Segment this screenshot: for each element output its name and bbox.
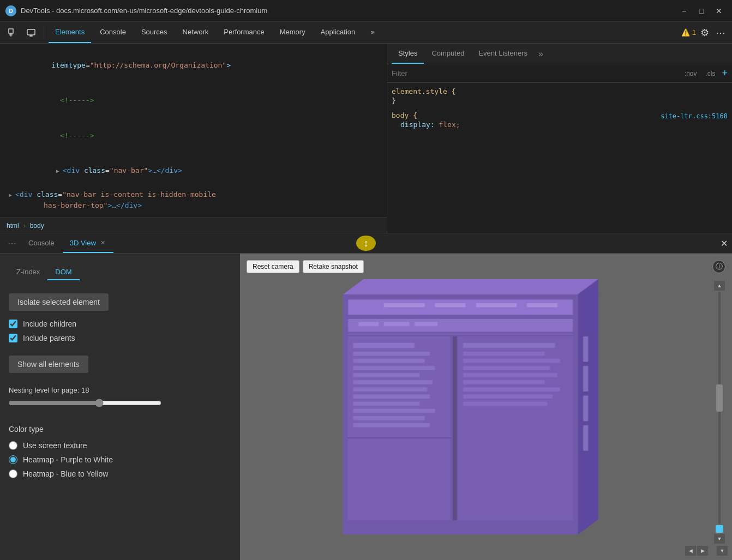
radio-heatmap-blue-input[interactable] [9, 469, 17, 478]
more-options-icon[interactable]: ⋯ [713, 25, 728, 41]
close-bottom-panel[interactable]: ✕ [721, 238, 728, 249]
close-3d-view-tab[interactable]: ✕ [99, 239, 107, 246]
more-tabs-button[interactable]: » [364, 22, 381, 43]
tab-event-listeners[interactable]: Event Listeners [472, 44, 534, 64]
include-parents-checkbox[interactable]: Include parents [9, 334, 231, 342]
tab-network[interactable]: Network [176, 22, 215, 43]
hov-button[interactable]: :hov [682, 69, 699, 79]
tab-elements[interactable]: Elements [49, 22, 91, 43]
svg-rect-19 [415, 322, 437, 326]
svg-rect-14 [476, 303, 517, 307]
include-parents-input[interactable] [9, 334, 17, 342]
breadcrumb-html[interactable]: html [4, 221, 21, 231]
code-line: itemtype="http://schema.org/Organization… [0, 48, 387, 83]
scroll-thumb[interactable] [716, 384, 723, 412]
color-type-label: Color type [9, 425, 231, 433]
breadcrumb-bar: html › body [0, 218, 387, 233]
threed-visualization [240, 254, 732, 560]
breadcrumb-body[interactable]: body [28, 221, 46, 231]
code-line: </header> [0, 212, 387, 218]
add-style-button[interactable]: + [722, 68, 728, 79]
info-icon[interactable]: ⓘ [712, 260, 725, 273]
svg-marker-9 [343, 279, 598, 294]
cls-button[interactable]: .cls [703, 69, 717, 79]
styles-more-tabs[interactable]: » [535, 47, 547, 61]
tab-styles[interactable]: Styles [392, 44, 424, 64]
nesting-label: Nesting level for page: 18 [9, 386, 231, 394]
style-prop-row: display: flex; [392, 121, 728, 129]
svg-rect-45 [583, 366, 588, 392]
radio-screen-texture[interactable]: Use screen texture [9, 441, 231, 450]
tab-performance[interactable]: Performance [217, 22, 271, 43]
include-children-checkbox[interactable]: Include children [9, 320, 231, 328]
svg-rect-29 [353, 402, 419, 406]
maximize-button[interactable]: □ [694, 4, 709, 17]
svg-rect-41 [463, 387, 560, 391]
style-selector-body: body { [392, 111, 417, 119]
controls-panel: Z-index DOM Isolate selected element Inc… [0, 254, 240, 560]
svg-rect-49 [453, 336, 457, 520]
tab-computed[interactable]: Computed [425, 44, 471, 64]
svg-rect-23 [353, 359, 424, 363]
radio-heatmap-purple-input[interactable] [9, 455, 17, 464]
scroll-track [718, 292, 721, 524]
radio-screen-texture-input[interactable] [9, 441, 17, 450]
color-type-section: Color type Use screen texture Heatmap - … [9, 425, 231, 478]
isolate-selected-element-button[interactable]: Isolate selected element [9, 293, 109, 311]
nesting-slider[interactable] [9, 399, 161, 407]
svg-rect-27 [353, 387, 427, 391]
styles-content: element.style { } body { site-ltr.css:51… [387, 83, 732, 233]
inspect-element-icon[interactable] [4, 25, 21, 41]
svg-rect-24 [353, 366, 435, 370]
styles-filter-input[interactable] [392, 69, 678, 77]
sub-tab-bar: Z-index DOM [9, 264, 231, 280]
close-button[interactable]: ✕ [711, 4, 727, 17]
resize-drag-handle[interactable]: ↕ [356, 236, 376, 251]
minimize-button[interactable]: − [676, 4, 692, 17]
scroll-up-button[interactable]: ▲ [714, 281, 725, 291]
scroll-thumb-square[interactable] [716, 525, 723, 533]
settings-icon[interactable]: ⚙ [698, 25, 711, 41]
svg-rect-36 [463, 352, 545, 356]
tab-console[interactable]: Console [93, 22, 133, 43]
title-bar: D DevTools - docs.microsoft.com/en-us/mi… [0, 0, 732, 22]
scroll-left-button[interactable]: ◀ [685, 546, 696, 556]
svg-rect-12 [384, 303, 425, 307]
include-children-input[interactable] [9, 320, 17, 328]
svg-rect-34 [458, 336, 573, 520]
scroll-right-button[interactable]: ▶ [697, 546, 708, 556]
bottom-tab-console[interactable]: Console [22, 233, 61, 253]
tab-application[interactable]: Application [314, 22, 362, 43]
nesting-slider-container: Nesting level for page: 18 [9, 386, 231, 410]
device-emulation-icon[interactable] [23, 25, 39, 41]
svg-rect-17 [358, 322, 379, 326]
sub-tab-dom[interactable]: DOM [47, 264, 79, 280]
tab-memory[interactable]: Memory [273, 22, 312, 43]
svg-rect-33 [348, 437, 450, 438]
scroll-bottom-button[interactable]: ▼ [717, 546, 728, 556]
scroll-down-button[interactable]: ▼ [714, 534, 725, 544]
bottom-tab-bar: ⋯ Console 3D View ✕ ↕ ✕ [0, 233, 732, 254]
bottom-tab-3d-view[interactable]: 3D View ✕ [63, 233, 113, 253]
radio-heatmap-blue[interactable]: Heatmap - Blue to Yellow [9, 469, 231, 478]
radio-heatmap-purple[interactable]: Heatmap - Purple to White [9, 455, 231, 464]
tab-sources[interactable]: Sources [135, 22, 174, 43]
bottom-more-tabs[interactable]: ⋯ [4, 237, 20, 250]
style-source-link[interactable]: site-ltr.css:5168 [661, 112, 728, 120]
reset-camera-button[interactable]: Reset camera [247, 260, 299, 273]
styles-tab-bar: Styles Computed Event Listeners » [387, 44, 732, 64]
svg-rect-47 [583, 425, 588, 451]
svg-rect-37 [463, 359, 560, 363]
main-top-area: itemtype="http://schema.org/Organization… [0, 44, 732, 233]
retake-snapshot-button[interactable]: Retake snapshot [303, 260, 364, 273]
svg-rect-13 [435, 303, 465, 307]
svg-rect-18 [384, 322, 410, 326]
svg-rect-20 [348, 336, 450, 520]
style-rule-element: element.style { } [392, 87, 728, 105]
threed-container: Z-index DOM Isolate selected element Inc… [0, 254, 732, 560]
show-all-elements-button[interactable]: Show all elements [9, 356, 88, 373]
vertical-scrollbar[interactable]: ▲ ▼ [716, 281, 723, 544]
sub-tab-z-index[interactable]: Z-index [9, 264, 47, 280]
horizontal-scroll-controls: ◀ ▶ [685, 546, 708, 556]
checkbox-group: Include children Include parents [9, 320, 231, 342]
